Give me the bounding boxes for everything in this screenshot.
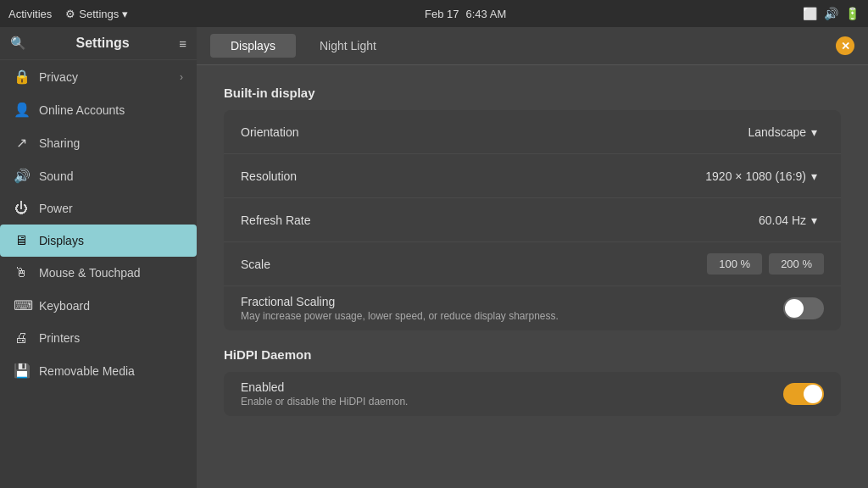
orientation-dropdown[interactable]: Landscape ▾: [741, 122, 824, 142]
row-label-scale: Scale: [241, 258, 707, 271]
topbar-time: 6:43 AM: [466, 8, 507, 20]
hidpi-daemon-card: Enabled Enable or disable the HiDPI daem…: [224, 372, 841, 416]
sidebar-header-icons: ≡: [179, 36, 186, 51]
hidpi-daemon-title: HiDPI Daemon: [224, 347, 841, 362]
row-label-enabled: Enabled: [241, 380, 783, 394]
sidebar-item-label-privacy: Privacy: [39, 70, 170, 84]
sidebar-item-arrow-privacy: ›: [180, 71, 183, 83]
sidebar-item-privacy[interactable]: 🔒 Privacy ›: [0, 60, 197, 93]
enabled-toggle[interactable]: [783, 383, 824, 405]
refresh-rate-dropdown[interactable]: 60.04 Hz ▾: [752, 210, 824, 230]
mouse-touchpad-icon: 🖱: [14, 265, 29, 280]
sidebar-item-sound[interactable]: 🔊 Sound: [0, 159, 197, 192]
content-body: Built-in display Orientation Landscape ▾…: [197, 65, 868, 488]
monitor-icon[interactable]: ⬜: [803, 7, 817, 20]
orientation-arrow: ▾: [811, 125, 817, 139]
builtin-display-section: Built-in display Orientation Landscape ▾…: [224, 86, 841, 330]
sidebar-item-label-sound: Sound: [39, 169, 183, 183]
online-accounts-icon: 👤: [14, 102, 29, 118]
removable-media-icon: 💾: [14, 363, 29, 379]
printers-icon: 🖨: [14, 330, 29, 346]
row-label-refresh-rate: Refresh Rate: [241, 214, 752, 227]
tabs: DisplaysNight Light: [210, 34, 397, 58]
builtin-display-title: Built-in display: [224, 86, 841, 100]
resolution-dropdown[interactable]: 1920 × 1080 (16:9) ▾: [698, 166, 824, 186]
sidebar-item-online-accounts[interactable]: 👤 Online Accounts: [0, 93, 197, 126]
sidebar-item-printers[interactable]: 🖨 Printers: [0, 322, 197, 354]
volume-icon[interactable]: 🔊: [824, 7, 838, 20]
settings-row-resolution: Resolution 1920 × 1080 (16:9) ▾: [224, 154, 841, 198]
row-control-orientation: Landscape ▾: [741, 122, 824, 142]
row-label-resolution: Resolution: [241, 169, 698, 183]
scale-btn-1[interactable]: 200 %: [769, 253, 824, 274]
sidebar-item-label-keyboard: Keyboard: [39, 299, 183, 313]
settings-row-orientation: Orientation Landscape ▾: [224, 110, 841, 154]
scale-btn-0[interactable]: 100 %: [707, 253, 762, 274]
battery-icon[interactable]: 🔋: [845, 7, 860, 20]
tab-night-light[interactable]: Night Light: [299, 34, 397, 58]
sidebar-item-label-mouse-touchpad: Mouse & Touchpad: [39, 266, 183, 280]
tab-displays[interactable]: Displays: [210, 34, 296, 58]
row-label-wrap-fractional-scaling: Fractional Scaling May increase power us…: [241, 295, 783, 322]
sidebar-item-label-online-accounts: Online Accounts: [39, 103, 183, 117]
builtin-display-card: Orientation Landscape ▾ Resolution 1920 …: [224, 110, 841, 330]
enabled-toggle-knob: [804, 385, 822, 403]
orientation-value: Landscape: [748, 125, 806, 139]
sidebar-item-label-displays: Displays: [39, 234, 183, 247]
settings-row-fractional-scaling: Fractional Scaling May increase power us…: [224, 286, 841, 330]
sidebar-nav: 🔒 Privacy › 👤 Online Accounts ↗ Sharing …: [0, 60, 197, 488]
topbar-right: ⬜ 🔊 🔋: [803, 7, 860, 20]
search-icon[interactable]: 🔍: [10, 36, 26, 51]
sidebar-item-removable-media[interactable]: 💾 Removable Media: [0, 354, 197, 387]
hidpi-daemon-section: HiDPI Daemon Enabled Enable or disable t…: [224, 347, 841, 416]
topbar-date: Feb 17: [425, 8, 459, 20]
sidebar-title: Settings: [76, 36, 130, 51]
row-label-wrap-enabled: Enabled Enable or disable the HiDPI daem…: [241, 380, 783, 408]
row-control-refresh-rate: 60.04 Hz ▾: [752, 210, 824, 230]
scale-control: 100 %200 %: [707, 253, 824, 274]
settings-row-enabled: Enabled Enable or disable the HiDPI daem…: [224, 372, 841, 416]
row-sublabel-fractional-scaling: May increase power usage, lower speed, o…: [241, 310, 783, 322]
settings-menu-arrow: ▾: [122, 8, 128, 20]
topbar-center: Feb 17 6:43 AM: [425, 8, 506, 20]
settings-row-refresh-rate: Refresh Rate 60.04 Hz ▾: [224, 198, 841, 242]
content-area: DisplaysNight Light ✕ Built-in display O…: [197, 27, 868, 488]
sharing-icon: ↗: [14, 135, 29, 151]
row-label-fractional-scaling: Fractional Scaling: [241, 295, 783, 308]
sidebar-item-mouse-touchpad[interactable]: 🖱 Mouse & Touchpad: [0, 257, 197, 289]
sound-icon: 🔊: [14, 168, 29, 184]
close-button[interactable]: ✕: [836, 36, 854, 55]
resolution-value: 1920 × 1080 (16:9): [705, 169, 806, 183]
topbar: Activities ⚙ Settings ▾ Feb 17 6:43 AM ⬜…: [0, 0, 868, 27]
refresh-rate-arrow: ▾: [811, 214, 817, 227]
settings-menu-button[interactable]: ⚙ Settings ▾: [65, 8, 128, 20]
settings-menu-label: Settings: [79, 8, 119, 20]
fractional-scaling-toggle[interactable]: [783, 297, 824, 319]
row-label-orientation: Orientation: [241, 125, 741, 139]
sidebar-item-label-printers: Printers: [39, 331, 183, 345]
fractional-scaling-toggle-knob: [785, 299, 804, 318]
settings-row-scale: Scale100 %200 %: [224, 242, 841, 286]
keyboard-icon: ⌨: [14, 297, 29, 313]
displays-icon: 🖥: [14, 233, 29, 248]
content-header: DisplaysNight Light ✕: [197, 27, 868, 65]
sidebar-item-label-power: Power: [39, 202, 183, 215]
power-icon: ⏻: [14, 201, 29, 216]
gear-icon: ⚙: [65, 8, 75, 20]
sidebar-header: 🔍 Settings ≡: [0, 27, 197, 60]
sidebar-item-label-sharing: Sharing: [39, 136, 183, 150]
refresh-rate-value: 60.04 Hz: [759, 214, 806, 227]
main-window: 🔍 Settings ≡ 🔒 Privacy › 👤 Online Accoun…: [0, 27, 868, 488]
topbar-left: Activities ⚙ Settings ▾: [8, 8, 128, 20]
resolution-arrow: ▾: [811, 169, 817, 183]
sidebar-item-power[interactable]: ⏻ Power: [0, 192, 197, 225]
sidebar-item-label-removable-media: Removable Media: [39, 364, 183, 378]
activities-button[interactable]: Activities: [8, 8, 52, 20]
sidebar-item-sharing[interactable]: ↗ Sharing: [0, 126, 197, 159]
sidebar-menu-icon[interactable]: ≡: [179, 36, 186, 51]
row-sublabel-enabled: Enable or disable the HiDPI daemon.: [241, 396, 783, 408]
row-control-resolution: 1920 × 1080 (16:9) ▾: [698, 166, 824, 186]
sidebar-item-displays[interactable]: 🖥 Displays: [0, 225, 197, 257]
sidebar-item-keyboard[interactable]: ⌨ Keyboard: [0, 289, 197, 322]
privacy-icon: 🔒: [14, 69, 29, 85]
